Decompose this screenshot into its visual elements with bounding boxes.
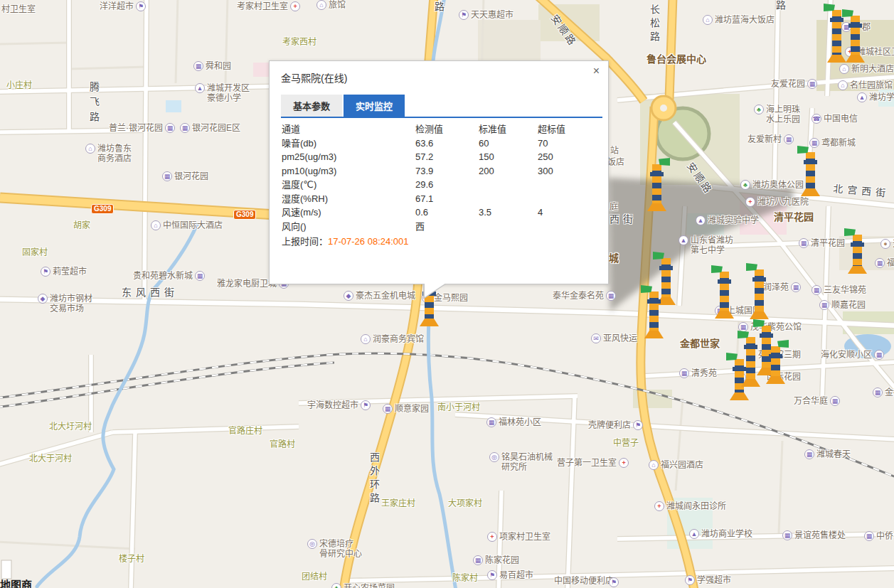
cell-measured: 73.9 <box>415 164 479 178</box>
cell-channel: 风速(m/s) <box>282 205 415 220</box>
cell-measured: 57.2 <box>415 150 479 164</box>
chimney-base <box>750 311 769 319</box>
chimney-base <box>730 392 749 400</box>
cell-channel: 温度(℃) <box>282 178 415 192</box>
green-flag-icon <box>659 158 670 166</box>
green-flag-icon <box>726 353 738 360</box>
cell-over <box>538 192 597 206</box>
station-marker[interactable] <box>848 235 867 274</box>
cell-measured: 0.6 <box>415 205 479 220</box>
chimney-base <box>801 188 820 196</box>
chimney-collar <box>650 172 664 176</box>
chimney-base <box>715 311 734 319</box>
table-row: pm10(ug/m3)73.9200300 <box>282 164 597 178</box>
cell-over: 4 <box>538 205 597 220</box>
station-marker[interactable] <box>750 269 769 319</box>
cell-channel: pm10(ug/m3) <box>282 164 415 178</box>
monitoring-map-screen: 村卫生室⚑洋洋超市⌂旅馆+考家村卫生室路⚑天天惠超市安顺路长松路路⌂潍坊蓝海大饭… <box>0 0 894 588</box>
popup-tab-1[interactable]: 实时监控 <box>344 95 405 117</box>
chimney-collar <box>769 354 782 358</box>
cell-standard: 3.5 <box>479 205 538 220</box>
green-flag-icon <box>738 331 749 338</box>
cell-standard: 200 <box>479 164 538 178</box>
chimney-base <box>846 55 865 63</box>
col-header-measured: 检测值 <box>415 122 479 137</box>
green-flag-icon <box>753 319 765 327</box>
green-flag-icon <box>777 340 789 348</box>
cell-channel: 湿度(%RH) <box>282 192 415 206</box>
chimney-base <box>741 379 760 387</box>
cell-standard: 150 <box>479 150 538 164</box>
chimney-collar <box>752 277 766 282</box>
col-header-over: 超标值 <box>538 122 597 137</box>
chimney-collar <box>830 18 844 22</box>
chimney-icon <box>755 269 764 312</box>
chimney-icon <box>853 235 862 267</box>
popup-tabs: 基本参数实时监控 <box>281 95 602 118</box>
station-marker[interactable] <box>647 164 666 211</box>
chimney-icon <box>806 152 815 189</box>
cell-standard <box>479 192 538 206</box>
cell-measured: 29.6 <box>415 178 479 192</box>
station-marker[interactable] <box>827 10 846 63</box>
chimney-collar <box>744 345 757 349</box>
cell-channel: 噪音(db) <box>282 137 415 151</box>
station-marker[interactable] <box>766 346 785 384</box>
table-row: 温度(℃)29.6 <box>282 178 597 192</box>
station-marker[interactable] <box>715 272 734 319</box>
table-row: 风向()西 <box>282 220 597 234</box>
chimney-icon <box>851 16 860 55</box>
report-time: 上报时间：17-07-26 08:24:001 <box>282 235 608 249</box>
green-flag-icon <box>842 9 853 17</box>
cell-over: 250 <box>538 150 597 164</box>
table-row: pm25(ug/m3)57.2150250 <box>282 150 597 164</box>
roundabout <box>651 96 676 120</box>
table-header-row: 通道 检测值 标准值 超标值 <box>282 122 597 137</box>
cell-over: 70 <box>538 137 597 151</box>
col-header-standard: 标准值 <box>479 122 538 137</box>
chimney-collar <box>659 266 673 270</box>
chimney-icon <box>771 346 780 377</box>
cell-channel: pm25(ug/m3) <box>282 150 415 164</box>
cell-standard <box>479 220 538 234</box>
col-header-channel: 通道 <box>282 122 415 137</box>
chimney-base <box>827 55 846 63</box>
chimney-collar <box>760 333 773 338</box>
cell-over <box>538 220 597 234</box>
chimney-collar <box>647 299 661 304</box>
chimney-icon <box>652 164 661 204</box>
chimney-base <box>647 203 666 211</box>
green-flag-icon <box>797 146 809 154</box>
green-flag-icon <box>641 285 652 293</box>
chimney-icon <box>720 272 729 311</box>
chimney-base <box>420 319 439 326</box>
popup-title: 金马熙院(在线) <box>281 70 597 85</box>
station-marker[interactable] <box>846 16 865 63</box>
cell-standard: 60 <box>479 137 538 151</box>
report-time-label: 上报时间： <box>282 236 328 247</box>
chimney-base <box>848 266 867 274</box>
station-marker[interactable] <box>644 292 664 338</box>
report-time-value: 17-07-26 08:24:001 <box>328 236 408 247</box>
station-popup: × 金马熙院(在线) 基本参数实时监控 通道 检测值 标准值 超标值 噪音(db… <box>269 60 609 284</box>
cell-measured: 67.1 <box>415 192 479 206</box>
chimney-icon <box>746 337 755 380</box>
green-flag-icon <box>746 263 757 271</box>
chimney-base <box>644 331 664 338</box>
chimney-base <box>766 376 785 384</box>
chimney-collar <box>851 242 864 247</box>
cell-standard <box>479 178 538 192</box>
cell-measured: 63.6 <box>415 137 479 151</box>
chimney-icon <box>832 10 841 55</box>
green-flag-icon <box>844 228 856 236</box>
close-icon[interactable]: × <box>593 65 600 77</box>
chimney-icon <box>649 292 659 331</box>
cell-over <box>538 178 597 192</box>
station-marker[interactable] <box>801 152 820 196</box>
cell-measured: 西 <box>415 220 479 234</box>
cell-channel: 风向() <box>282 220 415 234</box>
popup-tab-0[interactable]: 基本参数 <box>281 95 342 117</box>
realtime-table: 通道 检测值 标准值 超标值 噪音(db)63.66070pm25(ug/m3)… <box>282 122 597 233</box>
cell-over: 300 <box>538 164 597 178</box>
chimney-collar <box>848 23 862 28</box>
